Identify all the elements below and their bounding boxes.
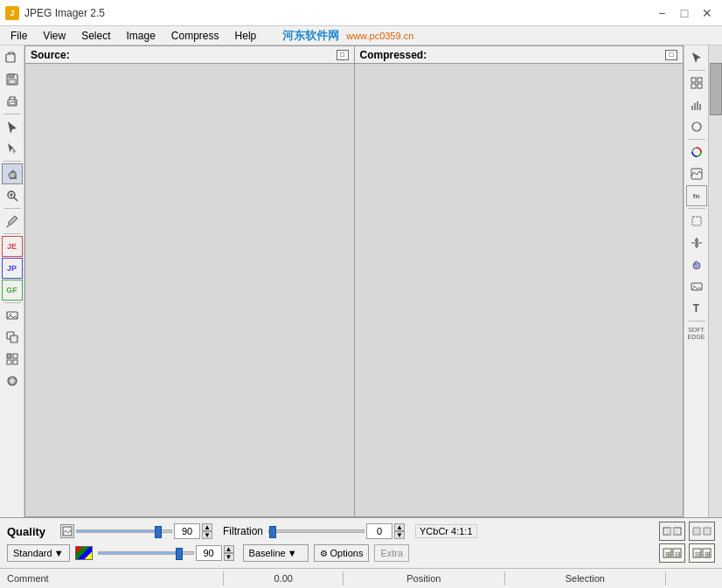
compressed-label: Compressed:: [360, 49, 427, 61]
merge-button-3[interactable]: ⊞ ⊟: [659, 543, 685, 563]
svg-text:⊟: ⊟: [695, 550, 701, 558]
quality-display-icon[interactable]: [60, 524, 74, 538]
rt-colorwheel-button[interactable]: [686, 142, 707, 163]
quality-slider-group-2: 90 ▲ ▼: [98, 545, 234, 561]
rt-histogram-button[interactable]: [686, 94, 707, 115]
standard-label: Standard: [13, 548, 52, 558]
quality-slider-2[interactable]: [98, 551, 194, 555]
svg-rect-5: [10, 102, 15, 105]
zoom-tool-button[interactable]: [2, 185, 23, 206]
minimize-button[interactable]: −: [652, 3, 671, 23]
rt-levels-button[interactable]: [686, 163, 707, 184]
svg-rect-2: [9, 74, 14, 78]
menu-view[interactable]: View: [36, 28, 73, 44]
menu-compress[interactable]: Compress: [164, 28, 226, 44]
menu-area: File View Select Image Compress Help 河东软…: [0, 26, 722, 45]
svg-rect-31: [692, 217, 701, 225]
save-button[interactable]: [2, 69, 23, 90]
status-divider-4: [665, 571, 666, 585]
svg-rect-25: [694, 103, 696, 110]
svg-rect-37: [691, 283, 702, 290]
status-selection: Selection: [512, 573, 659, 584]
quality-value-1: 90: [174, 523, 200, 539]
canvas-area: Source: □ Compressed: □: [24, 45, 684, 517]
filtration-spin-down[interactable]: ▼: [394, 531, 405, 539]
rt-drop-button[interactable]: [686, 254, 707, 275]
maximize-button[interactable]: □: [675, 3, 694, 23]
svg-point-35: [695, 245, 698, 247]
ycbcr-label: YCbCr 4:1:1: [415, 524, 477, 538]
quality-label: Quality: [7, 525, 55, 538]
multiselect-tool-button[interactable]: [2, 138, 23, 159]
rt-adjust-button[interactable]: [686, 232, 707, 253]
scrollbar-thumb[interactable]: [710, 63, 722, 115]
merge-button-4[interactable]: ⊟ ⊞: [689, 543, 715, 563]
close-button[interactable]: ✕: [698, 3, 717, 23]
quality-slider-2-thumb[interactable]: [176, 548, 183, 560]
quality-spin-down-2[interactable]: ▼: [224, 553, 234, 561]
rt-grid-button[interactable]: [686, 73, 707, 93]
svg-rect-20: [691, 78, 696, 82]
svg-rect-3: [9, 80, 16, 84]
filtration-value: 0: [366, 523, 392, 539]
quality-spin-up-1[interactable]: ▲: [202, 523, 212, 531]
print-button[interactable]: [2, 91, 23, 112]
watermark-url: www.pc0359.cn: [346, 31, 413, 41]
menu-image[interactable]: Image: [120, 28, 163, 44]
filtration-slider-thumb[interactable]: [269, 526, 276, 538]
rt-cursor-icon[interactable]: [686, 47, 707, 68]
options-button[interactable]: ⚙ Options: [314, 544, 370, 562]
menu-bar: File View Select Image Compress Help 河东软…: [0, 26, 722, 45]
rt-image2-button[interactable]: [686, 276, 707, 297]
merge-button-1[interactable]: [659, 522, 685, 541]
filtration-slider[interactable]: [268, 529, 364, 533]
svg-point-28: [692, 122, 701, 131]
baseline-dropdown[interactable]: Baseline ▼: [243, 544, 309, 562]
svg-point-38: [693, 285, 695, 287]
cursor-tool-button[interactable]: [2, 116, 23, 137]
image-tool-4[interactable]: [2, 370, 23, 391]
svg-rect-21: [698, 78, 702, 82]
baseline-arrow: ▼: [288, 548, 297, 558]
source-maximize-button[interactable]: □: [337, 50, 349, 60]
svg-text:⊞: ⊞: [705, 550, 711, 558]
filtration-spin-up[interactable]: ▲: [394, 523, 405, 531]
merge-button-2[interactable]: [689, 522, 715, 541]
open-button[interactable]: [2, 47, 23, 68]
filtration-label: Filtration: [223, 525, 263, 537]
jp-tool-button[interactable]: JP: [2, 258, 23, 279]
image-tool-1[interactable]: [2, 305, 23, 326]
rt-selection-button[interactable]: [686, 211, 707, 232]
rt-circle-button[interactable]: [686, 116, 707, 137]
left-toolbar: JE JP GF: [0, 45, 24, 517]
quality-slider-1[interactable]: [76, 529, 172, 533]
je-tool-button[interactable]: JE: [2, 236, 23, 257]
status-divider-1: [223, 571, 224, 585]
image-tool-3[interactable]: [2, 349, 23, 370]
gf-tool-button[interactable]: GF: [2, 280, 23, 301]
image-tool-2[interactable]: [2, 327, 23, 348]
rt-fn-button[interactable]: fn: [686, 185, 707, 206]
menu-file[interactable]: File: [3, 28, 34, 44]
extra-button[interactable]: Extra: [374, 544, 409, 562]
rt-text-button[interactable]: T: [686, 298, 707, 319]
color-swatch[interactable]: [75, 546, 93, 560]
menu-select[interactable]: Select: [74, 28, 117, 44]
quality-spin-down-1[interactable]: ▼: [202, 531, 212, 539]
svg-rect-18: [13, 360, 17, 364]
quality-slider-group: 90 ▲ ▼: [60, 523, 212, 539]
vertical-scrollbar[interactable]: [708, 45, 722, 517]
compressed-maximize-button[interactable]: □: [665, 50, 677, 60]
hand-tool-button[interactable]: [2, 163, 23, 184]
quality-spin-up-2[interactable]: ▲: [224, 545, 234, 553]
standard-dropdown[interactable]: Standard ▼: [7, 544, 70, 562]
baseline-label: Baseline: [249, 548, 286, 558]
compressed-canvas: [355, 64, 684, 516]
quality-slider-1-thumb[interactable]: [155, 526, 162, 538]
svg-point-36: [693, 262, 700, 269]
app-icon: J: [5, 6, 19, 20]
compressed-header: Compressed: □: [355, 46, 684, 64]
rt-softedge-button[interactable]: SOFTEDGE: [686, 323, 707, 344]
eyedropper-tool-button[interactable]: [2, 211, 23, 232]
menu-help[interactable]: Help: [228, 28, 264, 44]
